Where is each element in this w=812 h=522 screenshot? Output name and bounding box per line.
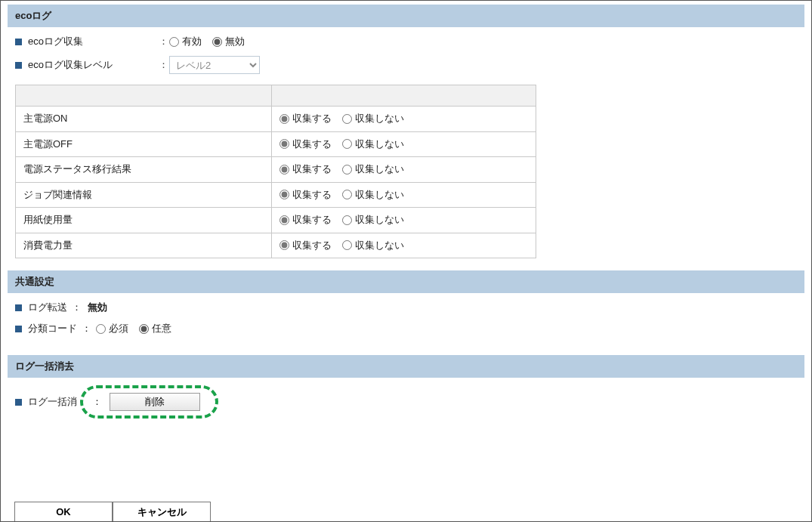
bullet-icon (15, 399, 22, 406)
section-common-header: 共通設定 (8, 270, 804, 293)
class-code-label: 分類コード (28, 322, 77, 335)
row-label: 用紙使用量 (16, 208, 272, 233)
row-collect-yes[interactable]: 収集する (279, 137, 332, 151)
ecolog-level-row: ecoログ収集レベル ： レベル1レベル2レベル3 (15, 56, 797, 74)
radio-code-required[interactable] (96, 324, 106, 334)
radio-ecolog-on[interactable] (169, 37, 179, 47)
radio-label: 収集しない (355, 112, 404, 125)
radio-label: 収集する (292, 162, 332, 176)
row-label: 電源ステータス移行結果 (16, 157, 272, 183)
row-collect-no[interactable]: 収集しない (342, 213, 404, 227)
radio-label: 収集する (292, 112, 332, 125)
radio-label: 収集する (292, 239, 332, 252)
ecolog-table: 主電源ON収集する収集しない主電源OFF収集する収集しない電源ステータス移行結果… (15, 85, 536, 258)
delete-highlight: ： 削除 (80, 385, 218, 419)
row-label: ジョブ関連情報 (16, 182, 272, 208)
row-collect-yes-input[interactable] (279, 240, 289, 250)
table-row: 主電源OFF収集する収集しない (16, 131, 536, 157)
footer-buttons: OK キャンセル (14, 502, 211, 521)
row-collect-no[interactable]: 収集しない (342, 188, 404, 202)
row-collect-yes-input[interactable] (279, 139, 289, 149)
bullet-icon (15, 62, 22, 69)
section-ecolog-header: ecoログ (8, 5, 804, 27)
row-collect-no-input[interactable] (342, 190, 352, 199)
ecolog-collect-on[interactable]: 有効 (169, 35, 202, 48)
radio-label: 収集しない (355, 213, 404, 227)
bullet-icon (15, 39, 22, 45)
ecolog-collect-label: ecoログ収集 (28, 35, 83, 48)
radio-code-optional[interactable] (139, 324, 149, 334)
class-code-optional[interactable]: 任意 (139, 322, 171, 335)
radio-label: 有効 (182, 35, 202, 48)
colon: ： (72, 301, 82, 314)
row-collect-yes-input[interactable] (279, 114, 289, 124)
row-collect-no-input[interactable] (342, 139, 352, 149)
row-collect-yes-input[interactable] (279, 215, 289, 225)
row-collect-no-input[interactable] (342, 165, 352, 175)
row-label: 消費電力量 (16, 233, 272, 258)
row-collect-no-input[interactable] (342, 215, 352, 225)
row-options: 収集する収集しない (272, 182, 536, 208)
radio-label: 任意 (152, 322, 171, 335)
bullet-icon (15, 304, 22, 311)
class-code-row: 分類コード ： 必須 任意 (15, 322, 797, 335)
radio-label: 必須 (109, 322, 128, 335)
table-row: 消費電力量収集する収集しない (16, 233, 536, 258)
ecolog-collect-off[interactable]: 無効 (212, 35, 245, 48)
row-collect-no[interactable]: 収集しない (342, 137, 404, 151)
class-code-required[interactable]: 必須 (96, 322, 128, 335)
row-collect-yes-input[interactable] (279, 190, 289, 199)
table-row: 主電源ON収集する収集しない (16, 107, 536, 132)
row-collect-yes[interactable]: 収集する (279, 112, 332, 125)
section-ecolog-body: ecoログ収集 ： 有効 無効 ecoログ収集レベル ： レベル1レベ (2, 35, 810, 267)
log-transfer-label: ログ転送 (28, 301, 67, 314)
row-options: 収集する収集しない (272, 107, 536, 132)
ok-button[interactable]: OK (14, 502, 113, 521)
row-label: 主電源OFF (16, 131, 272, 157)
radio-label: 収集する (292, 188, 332, 202)
cancel-button[interactable]: キャンセル (113, 502, 211, 521)
radio-ecolog-off[interactable] (212, 37, 222, 47)
section-purge-body: ログ一括消 ： 削除 (2, 385, 810, 435)
bullet-icon (15, 326, 22, 332)
radio-label: 収集する (292, 213, 332, 227)
table-row: ジョブ関連情報収集する収集しない (16, 182, 536, 208)
radio-label: 収集しない (355, 239, 404, 252)
purge-row: ログ一括消 ： 削除 (15, 385, 797, 419)
ecolog-level-select[interactable]: レベル1レベル2レベル3 (169, 56, 260, 74)
colon: ： (159, 58, 169, 72)
row-collect-no-input[interactable] (342, 114, 352, 124)
row-options: 収集する収集しない (272, 157, 536, 183)
row-collect-no[interactable]: 収集しない (342, 162, 404, 176)
row-collect-yes[interactable]: 収集する (279, 239, 332, 252)
radio-label: 収集しない (355, 137, 404, 151)
settings-panel: ecoログ ecoログ収集 ： 有効 無効 (0, 0, 812, 522)
table-row: 電源ステータス移行結果収集する収集しない (16, 157, 536, 183)
row-options: 収集する収集しない (272, 131, 536, 157)
row-options: 収集する収集しない (272, 208, 536, 233)
colon: ： (159, 35, 169, 48)
ecolog-collect-row: ecoログ収集 ： 有効 無効 (15, 35, 797, 48)
ecolog-level-label: ecoログ収集レベル (28, 58, 113, 72)
row-collect-no[interactable]: 収集しない (342, 239, 404, 252)
colon: ： (92, 395, 102, 409)
row-collect-no-input[interactable] (342, 240, 352, 250)
section-purge-header: ログ一括消去 (8, 355, 804, 378)
table-head-b (272, 85, 536, 107)
row-label: 主電源ON (16, 107, 272, 132)
radio-label: 収集しない (355, 188, 404, 202)
colon: ： (82, 322, 91, 335)
radio-label: 収集する (292, 137, 332, 151)
row-collect-yes[interactable]: 収集する (279, 188, 332, 202)
row-collect-yes[interactable]: 収集する (279, 162, 332, 176)
delete-button[interactable]: 削除 (110, 393, 200, 411)
purge-label: ログ一括消 (28, 395, 77, 409)
row-collect-no[interactable]: 収集しない (342, 112, 404, 125)
radio-label: 無効 (225, 35, 245, 48)
row-collect-yes-input[interactable] (279, 165, 289, 175)
table-head-a (16, 85, 272, 107)
section-common-body: ログ転送 ： 無効 分類コード ： 必須 任意 (2, 301, 810, 352)
row-collect-yes[interactable]: 収集する (279, 213, 332, 227)
log-transfer-row: ログ転送 ： 無効 (15, 301, 797, 314)
log-transfer-value: 無効 (88, 301, 107, 314)
